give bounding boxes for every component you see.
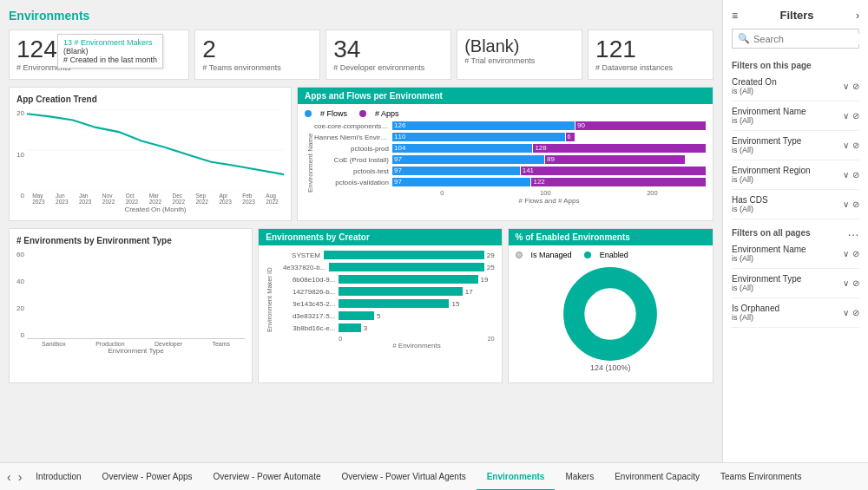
tab-introduction[interactable]: Introduction: [25, 463, 91, 491]
filter-panel: ≡ Filters › 🔍 Filters on this page Creat…: [722, 0, 868, 462]
kpi-dataverse-number: 121: [595, 37, 706, 62]
creator-row-1: SYSTEM 29: [273, 251, 494, 259]
creator-row-7: 3b8bd16c-e... 3: [273, 323, 494, 332]
tab-teams-environments[interactable]: Teams Environments: [710, 463, 812, 491]
all-pages-more[interactable]: …: [847, 225, 859, 238]
donut-chart-svg: [562, 266, 658, 362]
kpi-trial: (Blank) # Trial environments: [457, 29, 582, 80]
hbar-row-3: pctools-prod 104 128: [314, 144, 706, 153]
kpi-dataverse-label: # Dataverse instances: [595, 63, 706, 72]
filter-env-name: Environment Name is (All) ∨ ⊘: [732, 101, 859, 131]
apps-legend-label: # Apps: [375, 109, 399, 118]
tab-prev-btn[interactable]: ‹: [3, 470, 15, 484]
this-page-section-title: Filters on this page: [732, 61, 859, 70]
tab-makers[interactable]: Makers: [555, 463, 604, 491]
apps-flows-y-label: Environment Name: [305, 121, 314, 205]
apps-flows-title: Apps and Flows per Environment: [298, 88, 713, 104]
creator-row-5: 9e143c45-2... 15: [273, 299, 494, 308]
apps-flows-x-label: # Flows and # Apps: [392, 197, 706, 205]
tab-environment-capacity[interactable]: Environment Capacity: [604, 463, 710, 491]
is-orphaned-chevron[interactable]: ∨: [843, 308, 849, 317]
kpi-developer-label: # Developer environments: [333, 63, 444, 72]
hbar-row-4: CoE (Prod Install) 97 89: [314, 155, 706, 164]
env-by-creator-title: Environments by Creator: [259, 229, 501, 245]
kpi-badge-row1: 13 # Environment Makers: [63, 38, 157, 47]
tab-next-btn[interactable]: ›: [15, 470, 26, 484]
filter-is-orphaned: Is Orphaned is (All) ∨ ⊘: [732, 298, 859, 328]
flows-legend-label: # Flows: [320, 109, 347, 118]
filter-has-cds: Has CDS is (All) ∨ ⊘: [732, 190, 859, 219]
env-by-type-card: # Environments by Environment Type 60 40…: [9, 228, 253, 383]
creator-bars: SYSTEM 29 4e337820-b... 25 6b08e10d-9...: [273, 251, 494, 350]
app-creation-x-label: Created On (Month): [27, 206, 284, 213]
kpi-developer: 34 # Developer environments: [326, 29, 451, 80]
env-by-creator-card: Environments by Creator Environment Make…: [258, 228, 502, 383]
env-type-x-label: Environment Type: [27, 347, 245, 355]
has-cds-chevron[interactable]: ∨: [843, 199, 849, 209]
filter-header: ≡ Filters ›: [732, 9, 859, 22]
kpi-badge-row3: # Created in the last month: [63, 56, 157, 64]
env-region-chevron[interactable]: ∨: [843, 170, 849, 180]
tab-overview-power-apps[interactable]: Overview - Power Apps: [92, 463, 203, 491]
tab-overview-power-virtual-agents[interactable]: Overview - Power Virtual Agents: [331, 463, 476, 491]
line-chart-svg: [27, 109, 284, 191]
creator-x-label: # Environments: [339, 342, 494, 350]
pct-enabled-title: % of Enabled Environments: [509, 229, 713, 245]
enabled-legend-label: Enabled: [600, 251, 628, 259]
all-pages-section-title: Filters on all pages: [732, 228, 811, 238]
creator-y-label: Environment Maker ID: [266, 251, 273, 350]
is-orphaned-clear[interactable]: ⊘: [852, 308, 859, 317]
kpi-developer-number: 34: [333, 37, 444, 62]
managed-legend-dot: [516, 252, 523, 258]
all-env-name-chevron[interactable]: ∨: [843, 249, 849, 258]
kpi-row: 124 # Environments 13 # Environment Make…: [9, 29, 713, 80]
filter-search-input[interactable]: [753, 34, 868, 44]
hbar-row-6: pctools-validation 97 122: [314, 178, 706, 186]
vbar-group: [27, 251, 245, 339]
apps-flows-legend: # Flows # Apps: [305, 109, 706, 118]
created-on-chevron[interactable]: ∨: [843, 82, 849, 91]
filter-panel-title: Filters: [780, 9, 814, 22]
all-pages-section-header: Filters on all pages …: [732, 223, 859, 239]
all-env-type-chevron[interactable]: ∨: [843, 278, 849, 288]
filter-all-env-name: Environment Name is (All) ∨ ⊘: [732, 239, 859, 269]
filter-search-box[interactable]: 🔍: [732, 29, 859, 49]
env-by-type-title: # Environments by Environment Type: [16, 236, 245, 245]
tab-overview-power-automate[interactable]: Overview - Power Automate: [203, 463, 332, 491]
apps-legend-dot: [359, 110, 366, 117]
filter-created-on: Created On is (All) ∨ ⊘: [732, 72, 859, 101]
hbar-row-2: Hannes Niemi's Environment 110 6: [314, 133, 706, 141]
managed-legend-label: Is Managed: [531, 251, 572, 259]
all-env-name-clear[interactable]: ⊘: [852, 249, 859, 258]
hbar-row-1: coe-core-components-dev 126 90: [314, 121, 706, 130]
donut-label: 124 (100%): [590, 363, 631, 372]
svg-point-3: [574, 278, 647, 350]
filter-env-region: Environment Region is (All) ∨ ⊘: [732, 160, 859, 190]
hbar-row-5: pctools-test 97 141: [314, 167, 706, 175]
env-region-clear[interactable]: ⊘: [852, 170, 859, 180]
created-on-clear[interactable]: ⊘: [852, 82, 859, 91]
bottom-row: # Environments by Environment Type 60 40…: [9, 228, 713, 383]
kpi-environments: 124 # Environments 13 # Environment Make…: [9, 29, 189, 80]
filter-env-type: Environment Type is (All) ∨ ⊘: [732, 131, 859, 160]
has-cds-clear[interactable]: ⊘: [852, 199, 859, 209]
donut-container: 124 (100%): [516, 263, 706, 376]
filter-all-env-type: Environment Type is (All) ∨ ⊘: [732, 269, 859, 298]
env-type-chevron[interactable]: ∨: [843, 140, 849, 150]
all-env-type-clear[interactable]: ⊘: [852, 278, 859, 288]
env-name-clear[interactable]: ⊘: [852, 111, 859, 121]
creator-row-2: 4e337820-b... 25: [273, 263, 494, 271]
filter-search-icon: 🔍: [738, 33, 750, 44]
creator-row-4: 14279826-b... 17: [273, 287, 494, 296]
pct-legend: Is Managed Enabled: [516, 251, 706, 259]
kpi-dataverse: 121 # Dataverse instances: [588, 29, 713, 80]
kpi-teams-number: 2: [202, 37, 312, 62]
enabled-legend-dot: [584, 252, 591, 258]
tab-environments[interactable]: Environments: [477, 463, 556, 491]
env-name-chevron[interactable]: ∨: [843, 111, 849, 121]
kpi-teams-label: # Teams environments: [202, 63, 312, 72]
content-area: Environments 124 # Environments 13 # Env…: [0, 0, 722, 462]
env-type-clear[interactable]: ⊘: [852, 140, 859, 150]
filter-collapse-btn[interactable]: ›: [856, 10, 859, 22]
flows-legend-dot: [305, 110, 312, 117]
